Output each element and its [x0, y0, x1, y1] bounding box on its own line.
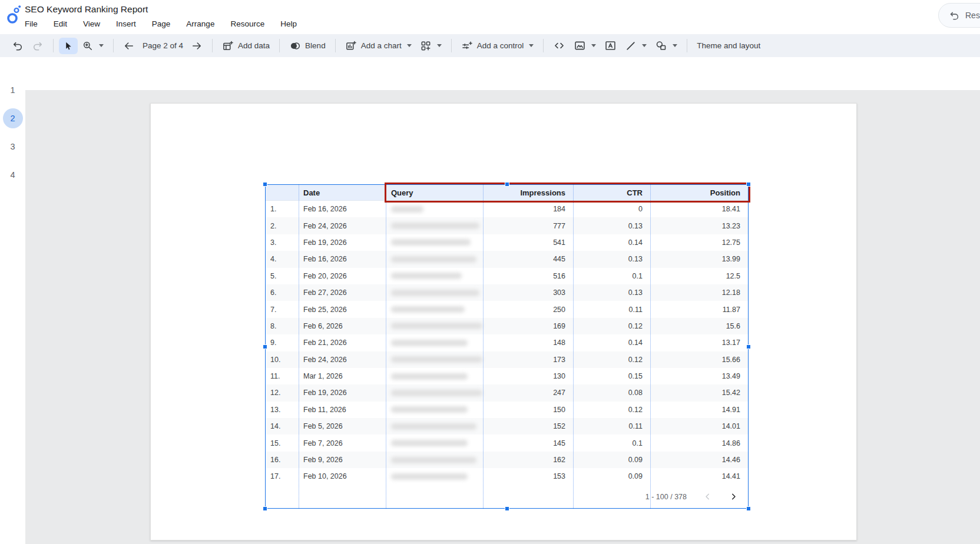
- selection-handle[interactable]: [505, 506, 509, 511]
- cell-ctr: 0.13: [573, 288, 650, 297]
- cell-position: 15.66: [650, 356, 748, 364]
- selection-handle[interactable]: [746, 182, 751, 187]
- blend-label: Blend: [305, 41, 326, 50]
- toolbar-divider: [53, 39, 54, 52]
- reset-button-header[interactable]: Reset: [938, 3, 980, 28]
- menu-arrange[interactable]: Arrange: [186, 19, 214, 28]
- cell-query-redacted: [386, 356, 483, 363]
- redacted-text-blur: [391, 390, 482, 396]
- data-table[interactable]: Date Query Impressions CTR Position 1.Fe…: [265, 184, 749, 509]
- theme-and-layout-button[interactable]: Theme and layout: [693, 38, 764, 53]
- page-thumbnail-3[interactable]: 3: [0, 132, 25, 161]
- pagination-prev-icon[interactable]: [703, 492, 713, 502]
- page-indicator[interactable]: Page 2 of 4: [139, 41, 187, 50]
- cell-ctr: 0.12: [573, 356, 650, 364]
- cell-ctr: 0.12: [573, 322, 650, 330]
- cell-ctr: 0.13: [573, 255, 650, 263]
- cell-impressions: 445: [483, 255, 573, 263]
- undo-button[interactable]: [8, 37, 28, 55]
- cell-impressions: 516: [483, 272, 573, 280]
- cell-impressions: 303: [483, 288, 573, 297]
- embed-code-button[interactable]: [549, 37, 570, 55]
- table-row: 4.Feb 16, 20264450.1313.99: [266, 251, 748, 267]
- column-guide: [650, 185, 651, 508]
- table-row: 7.Feb 25, 20262500.1111.87: [266, 301, 748, 317]
- pagination-range-label: 1 - 100 / 378: [645, 493, 687, 501]
- column-guide: [299, 185, 299, 508]
- cell-position: 14.91: [650, 406, 748, 414]
- page-thumbnail-4[interactable]: 4: [0, 161, 25, 189]
- report-page[interactable]: Date Query Impressions CTR Position 1.Fe…: [150, 103, 857, 540]
- pagination-next-icon[interactable]: [729, 492, 739, 502]
- selection-handle[interactable]: [263, 182, 267, 187]
- cell-ctr: 0.08: [573, 389, 650, 397]
- cell-query-redacted: [386, 223, 483, 229]
- table-row: 15.Feb 7, 20261450.114.86: [266, 434, 748, 451]
- next-page-button[interactable]: [187, 37, 207, 55]
- menu-file[interactable]: File: [25, 19, 38, 28]
- add-data-button[interactable]: Add data: [218, 37, 274, 55]
- menu-help[interactable]: Help: [280, 19, 297, 28]
- menu-resource[interactable]: Resource: [230, 19, 264, 28]
- cell-position: 12.75: [650, 238, 748, 247]
- cell-date: Feb 10, 2026: [299, 472, 386, 480]
- selection-handle[interactable]: [746, 344, 751, 349]
- select-tool-button[interactable]: [59, 38, 78, 54]
- toolbar-divider: [113, 39, 114, 52]
- table-row: 3.Feb 19, 20265410.1412.75: [266, 234, 748, 251]
- cell-rownum: 9.: [266, 339, 299, 347]
- menu-edit[interactable]: Edit: [54, 19, 67, 28]
- table-body: 1.Feb 16, 2026184018.412.Feb 24, 2026777…: [266, 201, 748, 485]
- cell-position: 15.6: [650, 322, 748, 330]
- selection-handle[interactable]: [263, 344, 267, 349]
- chevron-down-icon: [591, 44, 596, 47]
- cell-date: Feb 6, 2026: [299, 322, 386, 330]
- report-canvas[interactable]: Date Query Impressions CTR Position 1.Fe…: [25, 90, 980, 544]
- column-guide: [483, 185, 484, 508]
- cell-date: Mar 1, 2026: [299, 372, 386, 380]
- line-tool-button[interactable]: [621, 37, 651, 55]
- column-header-date[interactable]: Date: [299, 188, 386, 197]
- cell-rownum: 4.: [266, 255, 299, 263]
- community-visualizations-button[interactable]: [416, 37, 446, 55]
- cell-date: Feb 21, 2026: [299, 339, 386, 347]
- add-chart-button[interactable]: Add a chart: [341, 37, 416, 55]
- redacted-text-blur: [391, 223, 479, 229]
- page-thumbnail-1[interactable]: 1: [0, 76, 25, 104]
- cell-query-redacted: [386, 423, 483, 430]
- menu-page[interactable]: Page: [152, 19, 171, 28]
- image-button[interactable]: [570, 37, 600, 55]
- toolbar-divider: [543, 39, 544, 52]
- blend-button[interactable]: Blend: [285, 37, 330, 55]
- add-data-label: Add data: [238, 41, 270, 50]
- column-guide: [386, 185, 386, 508]
- toolbar-divider: [687, 39, 687, 52]
- previous-page-button[interactable]: [119, 37, 139, 55]
- table-row: 6.Feb 27, 20263030.1312.18: [266, 284, 748, 301]
- redo-button[interactable]: [28, 37, 48, 55]
- text-box-button[interactable]: [600, 37, 621, 55]
- cell-query-redacted: [386, 256, 483, 263]
- cell-rownum: 16.: [266, 456, 299, 464]
- cell-position: 13.49: [650, 372, 748, 380]
- zoom-tool-button[interactable]: [78, 37, 108, 55]
- selection-handle[interactable]: [263, 506, 267, 511]
- redacted-text-blur: [391, 373, 468, 380]
- selection-handle[interactable]: [505, 182, 509, 187]
- table-row: 14.Feb 5, 20261520.1114.01: [266, 418, 748, 434]
- cell-position: 13.17: [650, 339, 748, 347]
- menu-insert[interactable]: Insert: [116, 19, 136, 28]
- menu-view[interactable]: View: [83, 19, 100, 28]
- cell-position: 13.99: [650, 255, 748, 263]
- report-title[interactable]: SEO Keyword Ranking Report: [25, 4, 148, 15]
- toolbar-divider: [212, 39, 213, 52]
- cell-impressions: 145: [483, 439, 573, 447]
- cell-date: Feb 27, 2026: [299, 288, 386, 297]
- looker-studio-logo-icon[interactable]: [6, 4, 22, 25]
- selection-handle[interactable]: [746, 506, 751, 511]
- page-thumbnail-2[interactable]: 2: [0, 104, 25, 132]
- cell-query-redacted: [386, 440, 483, 446]
- add-control-button[interactable]: Add a control: [457, 37, 538, 55]
- cell-impressions: 184: [483, 205, 573, 213]
- shape-tool-button[interactable]: [651, 37, 681, 55]
